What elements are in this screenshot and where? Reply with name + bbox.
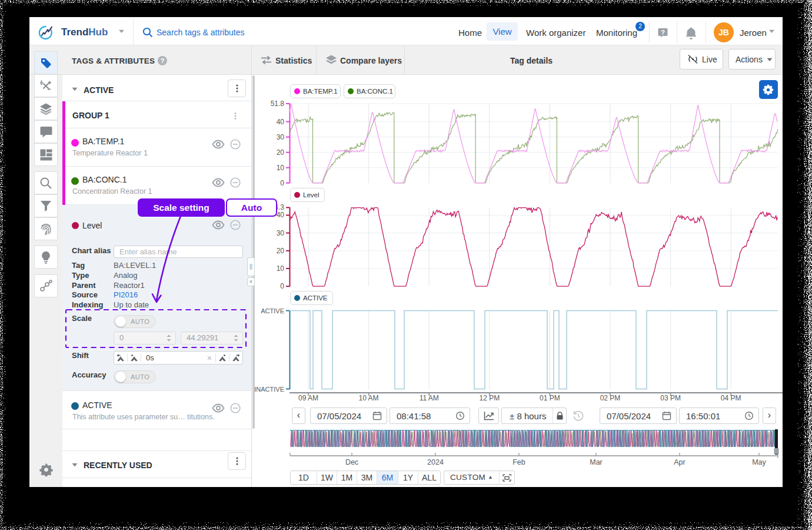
- svg-text:10: 10: [277, 164, 285, 172]
- svg-text:Dec: Dec: [345, 458, 358, 466]
- svg-text:03 PM: 03 PM: [660, 394, 681, 402]
- svg-text:ACTIVE: ACTIVE: [261, 307, 284, 314]
- svg-text:?: ?: [661, 29, 665, 36]
- svg-text:10 AM: 10 AM: [359, 394, 379, 402]
- svg-text:12 PM: 12 PM: [479, 394, 500, 402]
- svg-text:0: 0: [280, 282, 284, 290]
- svg-text:INACTIVE: INACTIVE: [254, 386, 284, 393]
- svg-text:30: 30: [277, 229, 285, 237]
- svg-text:09 AM: 09 AM: [298, 394, 318, 402]
- svg-text:20: 20: [277, 247, 285, 255]
- svg-text:02 PM: 02 PM: [600, 394, 621, 402]
- svg-text:Mar: Mar: [590, 458, 603, 466]
- svg-text:May: May: [752, 458, 766, 466]
- svg-text:30: 30: [277, 133, 285, 141]
- svg-text:51.8: 51.8: [271, 100, 285, 108]
- svg-text:Feb: Feb: [513, 458, 525, 466]
- svg-text:0: 0: [280, 179, 284, 187]
- svg-text:10: 10: [277, 264, 285, 273]
- svg-text:Apr: Apr: [674, 458, 685, 466]
- svg-text:40: 40: [277, 211, 285, 219]
- svg-text:01 PM: 01 PM: [540, 394, 560, 402]
- svg-text:20: 20: [277, 148, 285, 157]
- svg-text:40: 40: [277, 118, 285, 126]
- svg-text:04 PM: 04 PM: [721, 394, 741, 402]
- svg-text:2024: 2024: [427, 458, 444, 466]
- svg-text:11 AM: 11 AM: [420, 394, 439, 402]
